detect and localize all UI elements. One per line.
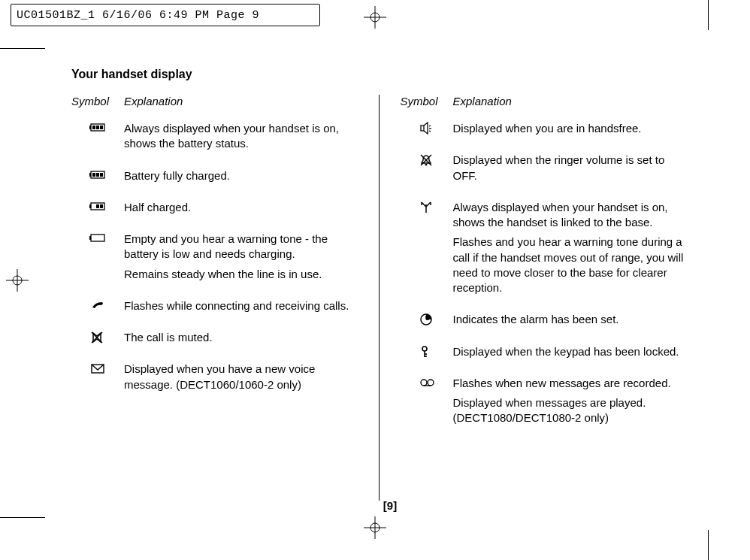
- explanation-text: Always displayed when your handset is on…: [453, 200, 687, 301]
- explanation-paragraph: Always displayed when your handset is on…: [124, 121, 358, 152]
- call-icon: [71, 298, 124, 318]
- explanation-paragraph: Indicates the alarm has been set.: [453, 312, 687, 327]
- clock-icon: [401, 312, 453, 331]
- trim-mark: [0, 48, 45, 49]
- explanation-paragraph: Remains steady when the line is in use.: [124, 267, 358, 282]
- explanation-paragraph: Always displayed when your handset is on…: [453, 200, 687, 231]
- explanation-paragraph: Displayed when you are in handsfree.: [453, 121, 687, 136]
- columns: Symbol Explanation Always displayed when…: [71, 95, 709, 501]
- symbol-entry: The call is muted.: [71, 330, 358, 350]
- registration-mark-bottom: [364, 516, 386, 539]
- handsfree-icon: [401, 121, 453, 141]
- symbol-entry: Displayed when you are in handsfree.: [401, 121, 687, 141]
- explanation-paragraph: Flashes while connecting and receiving c…: [124, 298, 358, 313]
- mute-icon: [71, 330, 124, 350]
- bell-off-icon: [401, 153, 453, 188]
- explanation-text: Flashes when new messages are recorded.D…: [453, 376, 687, 431]
- header-explanation: Explanation: [453, 95, 687, 107]
- header-explanation: Explanation: [124, 95, 358, 107]
- symbol-entry: Displayed when the keypad has been locke…: [401, 344, 687, 364]
- battery-empty-icon: [71, 232, 124, 286]
- explanation-text: Battery fully charged.: [124, 168, 358, 188]
- explanation-paragraph: Empty and you hear a warning tone - the …: [124, 232, 358, 262]
- battery-full-icon: [71, 168, 124, 188]
- registration-mark-top: [364, 6, 386, 29]
- explanation-text: Displayed when you are in handsfree.: [453, 121, 687, 141]
- explanation-paragraph: Flashes and you hear a warning tone duri…: [453, 235, 687, 295]
- battery-half-icon: [71, 200, 124, 219]
- explanation-paragraph: Displayed when messages are played. (DEC…: [453, 395, 687, 426]
- symbol-entry: Displayed when the ringer volume is set …: [401, 153, 687, 188]
- trim-mark: [0, 517, 45, 518]
- crop-info-text: UC01501BZ_1 6/16/06 6:49 PM Page 9: [17, 9, 259, 22]
- explanation-paragraph: Battery fully charged.: [124, 168, 358, 183]
- tape-icon: [401, 376, 453, 431]
- symbol-entry: Indicates the alarm has been set.: [401, 312, 687, 331]
- right-column: Symbol Explanation Displayed when you ar…: [379, 95, 709, 501]
- envelope-icon: [71, 362, 124, 397]
- explanation-paragraph: Displayed when you have a new voice mess…: [124, 362, 358, 392]
- symbol-entry: Displayed when you have a new voice mess…: [71, 362, 358, 397]
- explanation-text: The call is muted.: [124, 330, 358, 350]
- explanation-text: Empty and you hear a warning tone - the …: [124, 232, 358, 286]
- symbol-entry: Flashes when new messages are recorded.D…: [401, 376, 687, 431]
- explanation-text: Displayed when the keypad has been locke…: [453, 344, 687, 364]
- battery-full-icon: [71, 121, 124, 156]
- symbol-entry: Always displayed when your handset is on…: [71, 121, 358, 156]
- explanation-paragraph: Flashes when new messages are recorded.: [453, 376, 687, 391]
- explanation-text: Displayed when you have a new voice mess…: [124, 362, 358, 397]
- page-content: Your handset display Symbol Explanation …: [71, 68, 709, 492]
- column-header: Symbol Explanation: [401, 95, 687, 107]
- explanation-text: Indicates the alarm has been set.: [453, 312, 687, 331]
- explanation-text: Flashes while connecting and receiving c…: [124, 298, 358, 318]
- trim-mark: [708, 0, 709, 30]
- antenna-icon: [401, 200, 453, 301]
- explanation-paragraph: Half charged.: [124, 200, 358, 215]
- explanation-paragraph: Displayed when the ringer volume is set …: [453, 153, 687, 183]
- symbol-entry: Empty and you hear a warning tone - the …: [71, 232, 358, 286]
- symbol-entry: Battery fully charged.: [71, 168, 358, 188]
- trim-mark: [708, 530, 709, 560]
- symbol-entry: Flashes while connecting and receiving c…: [71, 298, 358, 318]
- key-icon: [401, 344, 453, 364]
- registration-mark-left: [6, 269, 29, 292]
- header-symbol: Symbol: [71, 95, 124, 107]
- column-header: Symbol Explanation: [71, 95, 358, 107]
- left-column: Symbol Explanation Always displayed when…: [71, 95, 379, 501]
- explanation-paragraph: The call is muted.: [124, 330, 358, 345]
- symbol-entry: Half charged.: [71, 200, 358, 219]
- explanation-text: Always displayed when your handset is on…: [124, 121, 358, 156]
- header-symbol: Symbol: [401, 95, 453, 107]
- explanation-paragraph: Displayed when the keypad has been locke…: [453, 344, 687, 359]
- page-number: [9]: [383, 499, 397, 512]
- symbol-entry: Always displayed when your handset is on…: [401, 200, 687, 301]
- explanation-text: Half charged.: [124, 200, 358, 219]
- explanation-text: Displayed when the ringer volume is set …: [453, 153, 687, 188]
- page-title: Your handset display: [71, 68, 709, 81]
